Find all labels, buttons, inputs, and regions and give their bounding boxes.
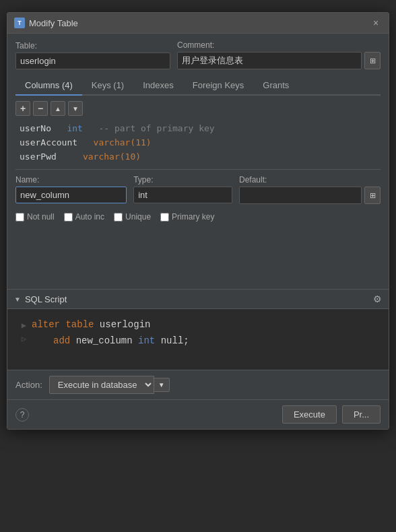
modify-table-dialog: T Modify Table × Table: Comment: ⊞ Colum…: [7, 12, 389, 430]
dialog-icon: T: [14, 18, 25, 28]
kw-add: add: [53, 335, 70, 346]
col-extra-userno: -- part of primary key: [98, 123, 214, 133]
footer-left: ?: [15, 408, 29, 422]
type-input[interactable]: [133, 187, 232, 203]
title-bar: T Modify Table ×: [7, 13, 389, 34]
sql-line-1: alter table userlogin: [32, 317, 379, 333]
col-name-userpwd: userPwd: [20, 152, 57, 162]
column-item-useraccount[interactable]: userAccount varchar(11): [15, 135, 381, 149]
tab-columns[interactable]: Columns (4): [15, 76, 82, 96]
table-comment-row: Table: Comment: ⊞: [15, 40, 381, 69]
column-item-userpwd[interactable]: userPwd varchar(10): [15, 149, 381, 164]
sql-line-2: add new_column int null;: [32, 333, 379, 350]
sql-header-left: ▼ SQL Script: [14, 294, 67, 304]
action-select-wrap: Execute in database ▼: [49, 376, 170, 394]
dialog-title: Modify Table: [29, 18, 78, 28]
table-input[interactable]: [15, 53, 170, 69]
tab-indexes[interactable]: Indexes: [133, 76, 183, 96]
sql-null: null;: [161, 335, 189, 346]
tab-keys[interactable]: Keys (1): [82, 76, 133, 96]
default-input[interactable]: [239, 187, 362, 204]
name-input[interactable]: [15, 187, 127, 203]
tab-foreign-keys[interactable]: Foreign Keys: [183, 76, 254, 96]
auto-inc-checkbox-label[interactable]: Auto inc: [64, 212, 104, 222]
tab-grants[interactable]: Grants: [253, 76, 298, 96]
sql-header: ▼ SQL Script ⚙: [7, 290, 389, 309]
sql-section-label: SQL Script: [25, 294, 67, 304]
default-field-group: Default: ⊞: [239, 175, 381, 204]
sql-code-wrap: ▶ ▷ alter table userlogin add new_col: [17, 317, 379, 350]
comment-label: Comment:: [177, 40, 381, 50]
sql-line-numbers: ▶ ▷: [17, 317, 26, 350]
not-null-label: Not null: [27, 212, 55, 222]
col-type-userno: int: [67, 123, 82, 133]
edit-field-section: Name: Type: Default: ⊞: [15, 169, 381, 224]
add-column-button[interactable]: +: [15, 101, 30, 116]
prev-button[interactable]: Pr...: [342, 405, 381, 424]
action-dropdown-button[interactable]: ▼: [154, 378, 170, 392]
col-type-useraccount: varchar(11): [94, 137, 152, 147]
type-label: Type:: [133, 175, 232, 185]
edit-row: Name: Type: Default: ⊞: [15, 175, 381, 204]
close-button[interactable]: ×: [370, 17, 382, 29]
name-label: Name:: [15, 175, 127, 185]
auto-inc-checkbox[interactable]: [64, 213, 73, 222]
not-null-checkbox[interactable]: [15, 213, 24, 222]
not-null-checkbox-label[interactable]: Not null: [15, 212, 55, 222]
gear-icon[interactable]: ⚙: [373, 294, 382, 304]
sql-section: ▼ SQL Script ⚙ ▶ ▷ alter table userlogin: [7, 289, 389, 370]
comment-input-wrap: ⊞: [177, 52, 381, 69]
empty-area: [15, 228, 381, 282]
default-icon-button[interactable]: ⊞: [364, 187, 381, 204]
remove-column-button[interactable]: −: [33, 101, 48, 116]
table-label: Table:: [15, 41, 170, 51]
comment-field-group: Comment: ⊞: [177, 40, 381, 69]
kw-table: table: [65, 319, 94, 330]
sql-triangle-icon[interactable]: ▼: [14, 296, 21, 303]
name-field-group: Name:: [15, 175, 127, 204]
unique-label: Unique: [125, 212, 151, 222]
sql-table-name: userlogin: [100, 319, 151, 330]
default-input-wrap: ⊞: [239, 187, 381, 204]
action-select[interactable]: Execute in database: [49, 376, 154, 394]
dialog-content: Table: Comment: ⊞ Columns (4) Keys (1) I…: [7, 34, 389, 289]
move-down-button[interactable]: ▼: [68, 101, 83, 116]
action-bar: Action: Execute in database ▼: [7, 370, 389, 399]
primary-key-label: Primary key: [172, 212, 214, 222]
column-list: userNo int -- part of primary key userAc…: [15, 121, 381, 164]
auto-inc-label: Auto inc: [75, 212, 104, 222]
tabs: Columns (4) Keys (1) Indexes Foreign Key…: [15, 76, 381, 96]
comment-icon-button[interactable]: ⊞: [364, 52, 381, 69]
unique-checkbox-label[interactable]: Unique: [114, 212, 151, 222]
col-name-userno: userNo: [20, 123, 51, 133]
primary-key-checkbox-label[interactable]: Primary key: [160, 212, 214, 222]
footer-bar: ? Execute Pr...: [7, 399, 389, 429]
column-toolbar: + − ▲ ▼: [15, 101, 381, 116]
col-type-userpwd: varchar(10): [83, 152, 141, 162]
kw-alter: alter: [32, 319, 60, 330]
execute-button[interactable]: Execute: [282, 405, 337, 424]
line-num-1: ▶: [17, 319, 26, 332]
action-label: Action:: [15, 380, 42, 390]
footer-right: Execute Pr...: [282, 405, 381, 424]
comment-input[interactable]: [177, 52, 362, 69]
col-name-useraccount: userAccount: [20, 137, 77, 147]
help-button[interactable]: ?: [15, 408, 29, 422]
line-num-2: ▷: [17, 332, 26, 345]
title-bar-left: T Modify Table: [14, 18, 78, 28]
primary-key-checkbox[interactable]: [160, 213, 169, 222]
type-field-group: Type:: [133, 175, 232, 204]
default-label: Default:: [239, 175, 381, 185]
unique-checkbox[interactable]: [114, 213, 123, 222]
sql-col-type: int: [138, 335, 155, 346]
checkbox-row: Not null Auto inc Unique Primary key: [15, 209, 381, 224]
sql-col-name: new_column: [76, 335, 133, 346]
table-field-group: Table:: [15, 41, 170, 69]
sql-code-block: ▶ ▷ alter table userlogin add new_col: [7, 309, 389, 370]
sql-lines: alter table userlogin add new_column int: [32, 317, 379, 350]
move-up-button[interactable]: ▲: [51, 101, 65, 116]
column-item-userno[interactable]: userNo int -- part of primary key: [15, 121, 381, 135]
